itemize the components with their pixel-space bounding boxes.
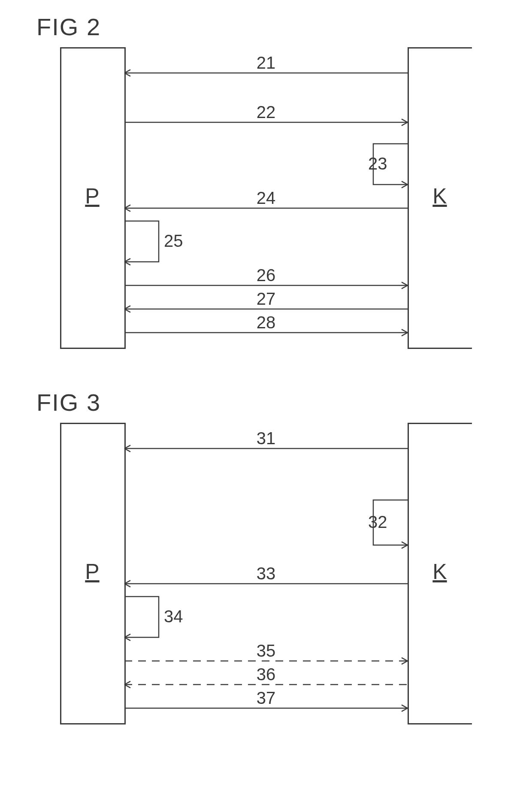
sequence-diagram-fig3: PK31333536373234 xyxy=(60,423,472,725)
message-label: 26 xyxy=(257,266,276,285)
figure-title: FIG 3 xyxy=(36,388,101,416)
self-call-label: 23 xyxy=(368,154,387,173)
lifeline-label-left: P xyxy=(85,560,99,584)
message-label: 37 xyxy=(257,688,276,707)
self-call-label: 32 xyxy=(368,512,387,531)
self-call xyxy=(124,597,159,637)
message-label: 21 xyxy=(257,53,276,72)
message-label: 22 xyxy=(257,103,276,121)
message-label: 27 xyxy=(257,289,276,308)
lifeline-label-right: K xyxy=(432,560,447,584)
self-call xyxy=(124,221,159,262)
message-label: 28 xyxy=(257,313,276,332)
message-label: 33 xyxy=(257,564,276,583)
message-label: 35 xyxy=(257,641,276,660)
message-label: 31 xyxy=(257,429,276,448)
self-call-label: 34 xyxy=(164,607,183,626)
message-label: 24 xyxy=(257,188,276,207)
figure-title: FIG 2 xyxy=(36,13,101,41)
self-call-label: 25 xyxy=(164,231,183,250)
lifeline-label-left: P xyxy=(85,184,99,208)
sequence-diagram-fig2: PK2122242627282325 xyxy=(60,47,472,349)
lifeline-label-right: K xyxy=(432,184,447,208)
message-label: 36 xyxy=(257,665,276,684)
